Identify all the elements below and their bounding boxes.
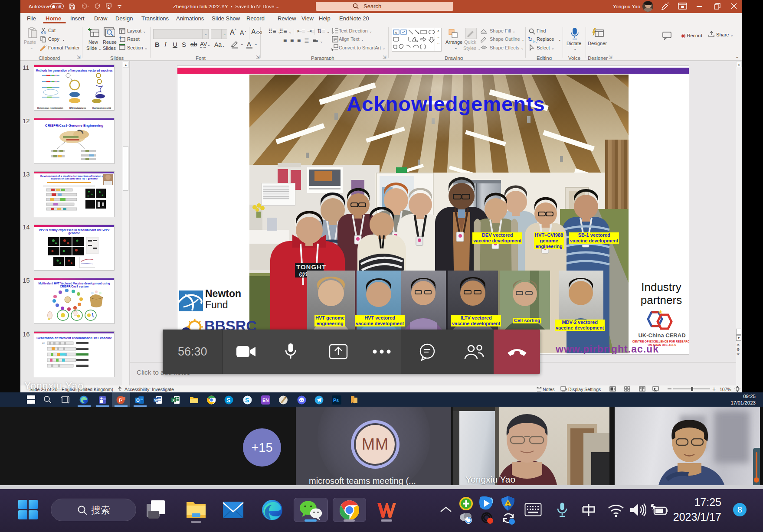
svg-text:S: S	[226, 397, 230, 404]
svg-text:W: W	[154, 398, 158, 402]
svg-text:A: A	[395, 31, 397, 35]
svg-text:EN: EN	[262, 398, 269, 403]
svg-text:WT: WT	[42, 342, 45, 344]
svg-text:O: O	[136, 398, 140, 403]
svg-text:Ps: Ps	[333, 398, 339, 403]
svg-text:TONGHT: TONGHT	[296, 263, 326, 271]
svg-text:S: S	[245, 397, 249, 404]
svg-text:X: X	[172, 398, 175, 402]
